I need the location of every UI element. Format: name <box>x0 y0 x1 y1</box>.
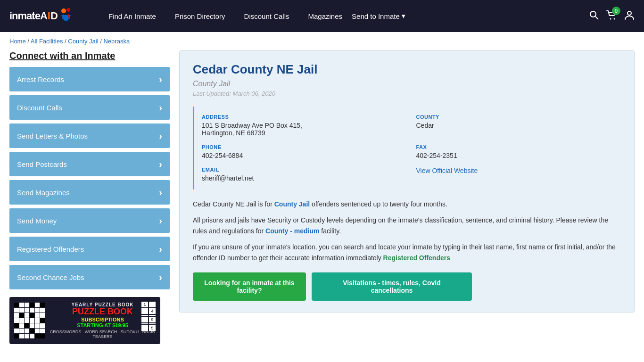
main-layout: Connect with an Inmate Arrest Records › … <box>0 50 644 362</box>
phone-block: PHONE 402-254-6884 <box>202 144 407 159</box>
county-medium-link[interactable]: County - medium <box>265 227 319 235</box>
registered-offenders-link[interactable]: Registered Offenders <box>383 254 450 262</box>
header-actions: 0 <box>589 10 635 23</box>
nav-prison-directory[interactable]: Prison Directory <box>165 12 235 20</box>
breadcrumb: Home / All Facilities / County Jail / Ne… <box>0 32 644 50</box>
breadcrumb-all-facilities[interactable]: All Facilities <box>31 38 63 45</box>
logo-aid3: D <box>50 10 58 22</box>
sidebar-item-discount-calls[interactable]: Discount Calls › <box>9 95 170 120</box>
sidebar-menu: Arrest Records › Discount Calls › Send L… <box>9 67 170 289</box>
ad-types-text: CROSSWORDS · WORD SEARCH · SUDOKU · BRAI… <box>50 329 156 339</box>
chevron-down-icon: ▾ <box>402 12 405 20</box>
sidebar-item-label: Registered Offenders <box>17 245 84 253</box>
logo-area[interactable]: inmate A I D <box>9 8 85 24</box>
desc2-suffix: facility. <box>319 227 341 235</box>
website-block: View Official Website <box>416 167 621 182</box>
svg-point-0 <box>61 8 66 13</box>
ad-price-text: STARTING AT $19.95 <box>50 322 156 328</box>
logo-aid: A <box>40 10 48 22</box>
facility-info-grid: ADDRESS 101 S Broadway Ave PO Box 415, H… <box>193 107 621 189</box>
facility-card: Cedar County NE Jail County Jail Last Up… <box>179 50 635 313</box>
fax-label: FAX <box>416 144 621 150</box>
ad-subscriptions-text: SUBSCRIPTIONS <box>50 317 156 322</box>
facility-type: County Jail <box>193 80 621 88</box>
sidebar-item-arrest-records[interactable]: Arrest Records › <box>9 67 170 91</box>
address-line1: 101 S Broadway Ave PO Box 415, <box>202 122 407 129</box>
desc2-text: All prisons and jails have Security or C… <box>193 216 608 234</box>
sidebar-item-send-postcards[interactable]: Send Postcards › <box>9 152 170 176</box>
sidebar-item-send-letters[interactable]: Send Letters & Photos › <box>9 123 170 148</box>
facility-description: Cedar County NE Jail is for County Jail … <box>193 199 621 263</box>
sidebar-item-label: Arrest Records <box>17 75 64 83</box>
cart-badge: 0 <box>612 7 620 15</box>
facility-name: Cedar County NE Jail <box>193 62 621 77</box>
fax-value: 402-254-2351 <box>416 152 621 159</box>
sidebar-ad[interactable]: YEARLY PUZZLE BOOK PUZZLE BOOK SUBSCRIPT… <box>9 297 170 344</box>
action-buttons: Looking for an inmate at this facility? … <box>193 272 621 301</box>
county-label: COUNTY <box>416 114 621 120</box>
looking-for-inmate-button[interactable]: Looking for an inmate at this facility? <box>193 272 306 301</box>
fax-block: FAX 402-254-2351 <box>416 144 621 159</box>
arrow-icon: › <box>159 215 162 226</box>
breadcrumb-state[interactable]: Nebraska <box>103 38 130 45</box>
website-link[interactable]: View Official Website <box>416 167 478 174</box>
facility-updated: Last Updated: March 06, 2020 <box>193 90 621 97</box>
sidebar-item-label: Second Chance Jobs <box>17 273 84 281</box>
address-line2: Hartington, NE 68739 <box>202 129 407 137</box>
sidebar-item-second-chance-jobs[interactable]: Second Chance Jobs › <box>9 265 170 289</box>
nav-send-to-inmate[interactable]: Send to Inmate ▾ <box>352 12 405 20</box>
sidebar-item-label: Send Magazines <box>17 189 70 197</box>
desc1-suffix: offenders sentenced up to twenty four mo… <box>310 200 447 208</box>
phone-label: PHONE <box>202 144 407 150</box>
svg-line-5 <box>595 16 598 19</box>
arrow-icon: › <box>159 74 162 85</box>
svg-point-6 <box>610 18 611 19</box>
sidebar-item-send-money[interactable]: Send Money › <box>9 208 170 233</box>
arrow-icon: › <box>159 102 162 113</box>
nav-discount-calls[interactable]: Discount Calls <box>235 12 299 20</box>
arrow-icon: › <box>159 159 162 170</box>
address-label: ADDRESS <box>202 114 407 120</box>
user-icon[interactable] <box>624 10 635 23</box>
address-block: ADDRESS 101 S Broadway Ave PO Box 415, H… <box>202 114 407 137</box>
sidebar: Connect with an Inmate Arrest Records › … <box>9 50 170 344</box>
main-nav: Find An Inmate Prison Directory Discount… <box>99 12 575 20</box>
sidebar-title: Connect with an Inmate <box>9 50 170 61</box>
main-content: Cedar County NE Jail County Jail Last Up… <box>179 50 635 344</box>
ad-content: YEARLY PUZZLE BOOK PUZZLE BOOK SUBSCRIPT… <box>50 302 156 339</box>
nav-find-inmate[interactable]: Find An Inmate <box>99 12 165 20</box>
logo-figure-icon <box>59 8 73 24</box>
cart-icon[interactable]: 0 <box>606 10 617 22</box>
email-label: EMAIL <box>202 167 407 173</box>
arrow-icon: › <box>159 131 162 141</box>
email-value: sheriff@hartel.net <box>202 174 407 182</box>
county-block: COUNTY Cedar <box>416 114 621 137</box>
desc1-prefix: Cedar County NE Jail is for <box>193 200 274 208</box>
logo-text: inmate <box>9 10 40 22</box>
breadcrumb-home[interactable]: Home <box>9 38 26 45</box>
svg-point-1 <box>66 8 70 12</box>
search-icon[interactable] <box>589 10 599 22</box>
breadcrumb-county-jail[interactable]: County Jail <box>68 38 98 45</box>
nav-magazines[interactable]: Magazines <box>298 12 352 20</box>
svg-point-8 <box>627 11 631 15</box>
header: inmate A I D Find An Inmate Prison Direc… <box>0 0 644 32</box>
email-block: EMAIL sheriff@hartel.net <box>202 167 407 182</box>
visitations-button[interactable]: Visitations - times, rules, Covid cancel… <box>312 272 472 301</box>
sidebar-item-label: Send Letters & Photos <box>17 132 88 140</box>
county-value: Cedar <box>416 122 621 129</box>
arrow-icon: › <box>159 244 162 255</box>
svg-point-4 <box>590 11 596 17</box>
sidebar-item-label: Discount Calls <box>17 104 62 112</box>
svg-point-7 <box>614 18 615 19</box>
sidebar-item-registered-offenders[interactable]: Registered Offenders › <box>9 237 170 261</box>
sidebar-item-send-magazines[interactable]: Send Magazines › <box>9 180 170 205</box>
arrow-icon: › <box>159 272 162 283</box>
sidebar-item-label: Send Money <box>17 217 57 225</box>
sidebar-item-label: Send Postcards <box>17 160 67 168</box>
county-jail-link[interactable]: County Jail <box>274 200 310 208</box>
ad-puzzle-text: PUZZLE BOOK <box>50 307 156 317</box>
arrow-icon: › <box>159 187 162 198</box>
phone-value: 402-254-6884 <box>202 152 407 159</box>
